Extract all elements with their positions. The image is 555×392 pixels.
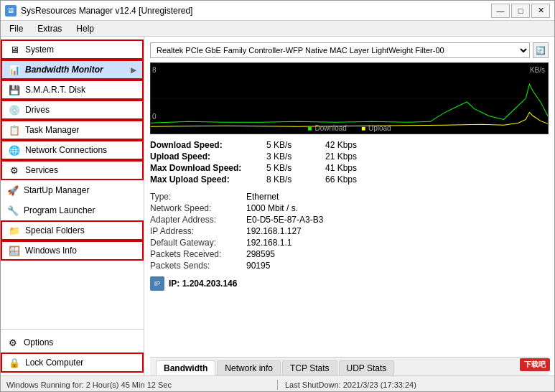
status-divider xyxy=(277,380,278,390)
ip-badge-row: IP IP: 1.204.203.146 xyxy=(150,276,549,291)
sidebar-item-taskmanager[interactable]: 📋 Task Manager xyxy=(1,120,144,140)
sidebar-label-system: System xyxy=(25,45,54,55)
type-label: Type: xyxy=(150,192,243,202)
sidebar-label-bandwidth: Bandwidth Monitor xyxy=(25,65,103,75)
app-icon: 🖥 xyxy=(5,5,17,17)
upload-speed-val1: 3 KB/s xyxy=(266,151,324,162)
startup-icon: 🚀 xyxy=(6,184,19,197)
gateway-value: 192.168.1.1 xyxy=(246,238,549,248)
minimize-button[interactable]: — xyxy=(491,4,510,18)
sidebar-item-lock[interactable]: 🔒 Lock Computer xyxy=(1,353,144,373)
sidebar-item-drives[interactable]: 💿 Drives xyxy=(1,100,144,120)
tab-tcp-stats[interactable]: TCP Stats xyxy=(282,360,337,375)
sidebar-label-special-folders: Special Folders xyxy=(25,225,85,235)
sidebar-item-services[interactable]: ⚙ Services xyxy=(1,160,144,180)
packets-sent-label: Packets Sends: xyxy=(150,261,243,271)
tab-network-info[interactable]: Network info xyxy=(217,360,281,375)
max-upload-val1: 8 KB/s xyxy=(266,174,324,185)
maximize-button[interactable]: □ xyxy=(511,4,530,18)
sidebar-item-launcher[interactable]: 🔧 Program Launcher xyxy=(1,200,144,220)
options-icon: ⚙ xyxy=(6,336,19,349)
status-right: Last ShutDown: 2021/3/23 (17:33:24) xyxy=(285,381,549,389)
download-speed-val2: 42 Kbps xyxy=(325,140,383,150)
type-value: Ethernet xyxy=(246,192,549,202)
adapter-addr-value: E0-D5-5E-87-A3-B3 xyxy=(246,215,549,225)
sidebar-item-network-connections[interactable]: 🌐 Network Connections xyxy=(1,140,144,160)
download-legend-label: Download xyxy=(314,124,346,132)
title-bar: 🖥 SysResources Manager v12.4 [Unregister… xyxy=(1,1,554,21)
tab-bandwidth[interactable]: Bandwidth xyxy=(156,360,215,375)
adapter-row: Realtek PCIe GbE Family Controller-WFP N… xyxy=(150,42,549,58)
tab-udp-stats[interactable]: UDP Stats xyxy=(339,360,395,375)
upload-legend-label: Upload xyxy=(368,124,391,132)
adapter-refresh-button[interactable]: 🔄 xyxy=(533,42,549,58)
tabs-row: Bandwidth Network info TCP Stats UDP Sta… xyxy=(150,357,549,375)
menu-help[interactable]: Help xyxy=(70,22,100,35)
sidebar-item-windows-info[interactable]: 🪟 Windows Info xyxy=(1,241,144,261)
sidebar-label-drives: Drives xyxy=(25,105,50,115)
menu-bar: File Extras Help xyxy=(1,21,554,37)
sidebar-label-options: Options xyxy=(24,337,53,347)
sidebar: 🖥 System 📊 Bandwidth Monitor ▶ 💾 S.M.A.R… xyxy=(1,37,144,375)
upload-speed-label: Upload Speed: xyxy=(150,151,265,162)
max-download-val2: 41 Kbps xyxy=(325,163,383,173)
network-connections-icon: 🌐 xyxy=(8,144,21,157)
smart-icon: 💾 xyxy=(8,83,21,96)
ip-value: 192.168.1.127 xyxy=(246,226,549,236)
sidebar-label-startup: StartUp Manager xyxy=(24,185,89,195)
sidebar-item-options[interactable]: ⚙ Options xyxy=(1,332,144,353)
sidebar-bottom: ⚙ Options 🔒 Lock Computer xyxy=(1,329,144,373)
sidebar-item-special-folders[interactable]: 📁 Special Folders xyxy=(1,220,144,241)
services-icon: ⚙ xyxy=(8,164,21,177)
max-upload-val2: 66 Kbps xyxy=(325,174,383,185)
drives-icon: 💿 xyxy=(8,103,21,116)
windows-info-icon: 🪟 xyxy=(8,244,21,257)
main-layout: 🖥 System 📊 Bandwidth Monitor ▶ 💾 S.M.A.R… xyxy=(1,37,554,375)
menu-extras[interactable]: Extras xyxy=(32,22,67,35)
gateway-label: Default Gateway: xyxy=(150,238,243,248)
chart-legend: ■ Download ■ Upload xyxy=(307,124,391,132)
sidebar-label-windows-info: Windows Info xyxy=(25,246,77,256)
upload-speed-val2: 21 Kbps xyxy=(325,151,383,162)
packets-sent-value: 90195 xyxy=(246,261,549,271)
bandwidth-icon: 📊 xyxy=(8,63,21,76)
launcher-icon: 🔧 xyxy=(6,204,19,217)
sidebar-item-startup[interactable]: 🚀 StartUp Manager xyxy=(1,180,144,200)
menu-file[interactable]: File xyxy=(4,22,29,35)
sidebar-item-bandwidth[interactable]: 📊 Bandwidth Monitor ▶ xyxy=(1,60,144,80)
sidebar-item-system[interactable]: 🖥 System xyxy=(1,39,144,60)
download-speed-val1: 5 KB/s xyxy=(266,140,324,150)
download-speed-label: Download Speed: xyxy=(150,140,265,150)
sidebar-label-launcher: Program Launcher xyxy=(24,205,95,215)
sidebar-label-smart: S.M.A.R.T. Disk xyxy=(25,85,85,95)
sidebar-item-smart[interactable]: 💾 S.M.A.R.T. Disk xyxy=(1,80,144,100)
download-legend: ■ Download xyxy=(307,124,347,132)
packets-recv-label: Packets Received: xyxy=(150,249,243,259)
speed-label: Network Speed: xyxy=(150,203,243,213)
ip-icon: IP xyxy=(150,276,164,291)
max-upload-label: Max Upload Speed: xyxy=(150,174,265,185)
chart-svg xyxy=(151,63,548,134)
bandwidth-arrow: ▶ xyxy=(131,66,136,74)
lock-icon: 🔒 xyxy=(8,356,21,369)
max-download-val1: 5 KB/s xyxy=(266,163,324,173)
status-left: Windows Running for: 2 Hour(s) 45 Min 12… xyxy=(6,381,270,389)
packets-recv-value: 298595 xyxy=(246,249,549,259)
network-info-section: Type: Ethernet Network Speed: 1000 Mbit … xyxy=(150,192,549,271)
sidebar-label-network-connections: Network Connections xyxy=(25,145,107,155)
sidebar-label-lock: Lock Computer xyxy=(25,358,83,368)
sidebar-label-services: Services xyxy=(25,165,58,175)
taskmanager-icon: 📋 xyxy=(8,123,21,136)
adapter-select[interactable]: Realtek PCIe GbE Family Controller-WFP N… xyxy=(150,42,530,58)
close-button[interactable]: ✕ xyxy=(531,4,550,18)
adapter-addr-label: Adapter Address: xyxy=(150,215,243,225)
upload-legend: ■ Upload xyxy=(361,124,391,132)
window-title: SysResources Manager v12.4 [Unregistered… xyxy=(21,6,192,16)
special-folders-icon: 📁 xyxy=(8,224,21,237)
bandwidth-chart: 8 0 KB/s ■ Download ■ xyxy=(150,62,549,134)
system-icon: 🖥 xyxy=(8,43,21,56)
sidebar-label-taskmanager: Task Manager xyxy=(25,125,79,135)
ip-label: IP Address: xyxy=(150,226,243,236)
ip-badge-text: IP: 1.204.203.146 xyxy=(169,279,237,289)
max-download-label: Max Download Speed: xyxy=(150,163,265,173)
